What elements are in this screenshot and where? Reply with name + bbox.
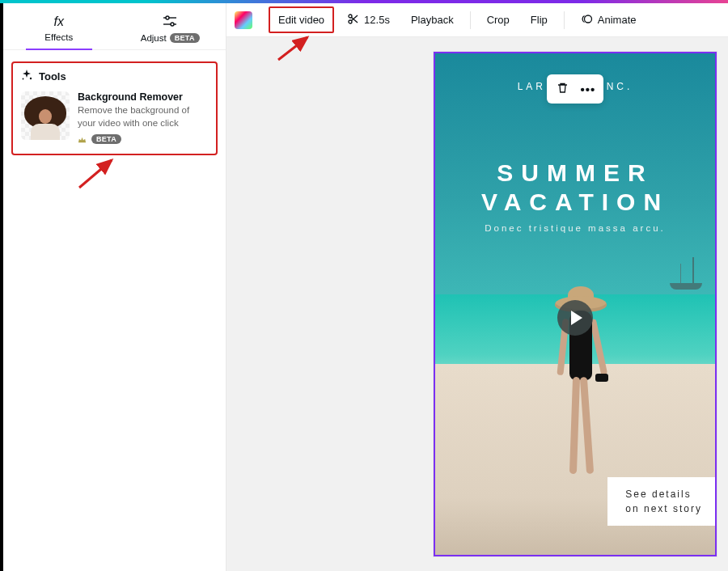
more-button[interactable]: ••• bbox=[576, 78, 600, 100]
toolbar-divider bbox=[564, 11, 565, 29]
design-boats bbox=[665, 256, 710, 293]
toolbar-divider bbox=[470, 11, 471, 29]
tab-effects-label: Effects bbox=[44, 32, 73, 42]
tools-section-highlight: Tools Background Remover Remove the back… bbox=[11, 61, 218, 155]
scissors-icon bbox=[347, 13, 359, 27]
video-play-button[interactable] bbox=[557, 300, 593, 336]
more-icon: ••• bbox=[581, 82, 596, 96]
tool-thumbnail bbox=[21, 91, 70, 140]
tab-adjust[interactable]: Adjust BETA bbox=[115, 10, 226, 49]
crop-button[interactable]: Crop bbox=[479, 10, 518, 30]
sparkle-icon bbox=[21, 70, 32, 83]
tab-effects[interactable]: fx Effects bbox=[3, 10, 115, 49]
tool-beta-badge: BETA bbox=[91, 134, 121, 144]
svg-point-4 bbox=[30, 78, 32, 79]
context-toolbar: Edit video 12.5s Playback Crop Flip bbox=[226, 3, 728, 37]
sliders-icon bbox=[163, 15, 177, 30]
svg-point-1 bbox=[166, 16, 169, 19]
tools-header: Tools bbox=[21, 70, 208, 91]
tool-description: Remove the background of your video with… bbox=[78, 104, 208, 129]
cta-line1: See details bbox=[625, 487, 702, 501]
svg-line-6 bbox=[79, 160, 112, 188]
playback-label: Playback bbox=[411, 14, 454, 26]
fx-icon: fx bbox=[54, 15, 64, 29]
edit-video-label: Edit video bbox=[278, 14, 324, 26]
play-icon bbox=[571, 311, 582, 325]
duration-label: 12.5s bbox=[364, 14, 390, 26]
cta-line2: on next story bbox=[625, 501, 702, 516]
beta-badge: BETA bbox=[170, 33, 200, 43]
side-tabs: fx Effects Adjust BETA bbox=[3, 3, 226, 50]
brand-text-left: LAR bbox=[518, 81, 546, 92]
svg-point-3 bbox=[171, 23, 174, 26]
tab-adjust-label: Adjust bbox=[141, 33, 167, 43]
delete-button[interactable] bbox=[550, 78, 574, 100]
element-quick-actions: ••• bbox=[547, 74, 603, 104]
svg-point-5 bbox=[23, 78, 24, 80]
animate-label: Animate bbox=[598, 14, 637, 26]
flip-label: Flip bbox=[531, 14, 548, 26]
animate-icon bbox=[581, 13, 593, 27]
tools-header-label: Tools bbox=[39, 70, 66, 82]
tool-title: Background Remover bbox=[78, 91, 208, 103]
editor-main: Edit video 12.5s Playback Crop Flip bbox=[226, 3, 728, 571]
crown-icon bbox=[78, 135, 87, 144]
cta-box: See details on next story bbox=[607, 477, 717, 526]
playback-button[interactable]: Playback bbox=[403, 10, 462, 30]
headline-text: SUMMER VACATION bbox=[435, 159, 715, 217]
trash-icon bbox=[557, 82, 569, 96]
flip-button[interactable]: Flip bbox=[523, 10, 556, 30]
annotation-arrow-tool bbox=[73, 154, 129, 197]
svg-point-8 bbox=[349, 20, 352, 23]
svg-point-7 bbox=[349, 15, 352, 18]
animate-button[interactable]: Animate bbox=[573, 9, 645, 32]
trim-duration-button[interactable]: 12.5s bbox=[339, 9, 398, 32]
edit-video-button[interactable]: Edit video bbox=[269, 6, 334, 33]
selected-video-element[interactable]: LAR NC. ••• bbox=[434, 52, 717, 556]
headline-line2: VACATION bbox=[435, 188, 715, 217]
tool-bg-remover[interactable]: Background Remover Remove the background… bbox=[21, 91, 208, 144]
canvas-area[interactable]: LAR NC. ••• bbox=[226, 37, 728, 571]
headline-line1: SUMMER bbox=[435, 159, 715, 188]
crop-label: Crop bbox=[487, 14, 510, 26]
side-panel: fx Effects Adjust BETA bbox=[3, 3, 226, 571]
brand-text-right: NC. bbox=[607, 81, 633, 92]
color-picker-button[interactable] bbox=[235, 11, 252, 29]
subheadline-text: Donec tristique massa arcu. bbox=[435, 223, 715, 233]
svg-point-11 bbox=[584, 15, 591, 23]
